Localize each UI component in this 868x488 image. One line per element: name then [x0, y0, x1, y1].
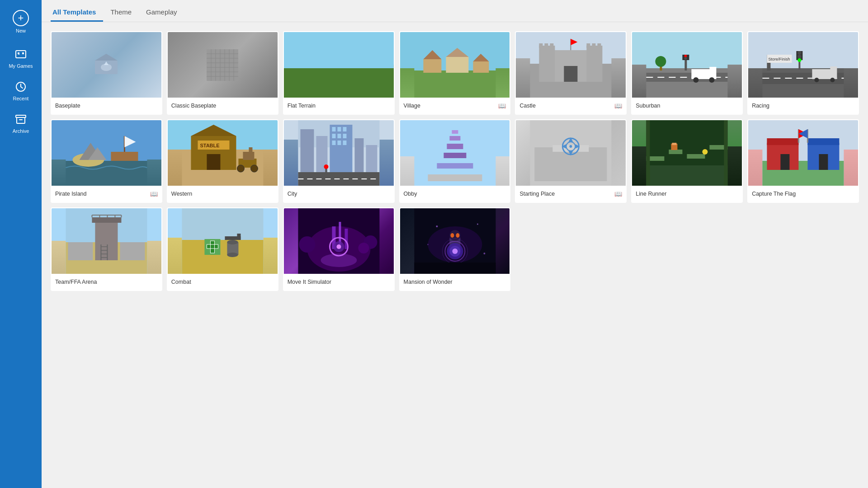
svg-point-213 [476, 224, 478, 225]
svg-rect-181 [207, 244, 218, 249]
svg-rect-119 [437, 163, 473, 169]
svg-point-206 [456, 233, 459, 238]
svg-rect-102 [332, 127, 335, 131]
svg-rect-39 [545, 43, 548, 48]
template-western[interactable]: STABLE Wester [167, 119, 278, 203]
svg-rect-31 [473, 61, 489, 73]
svg-point-116 [324, 164, 328, 169]
svg-rect-108 [332, 141, 335, 145]
sidebar: + New My Games Recent [0, 0, 42, 488]
template-village[interactable]: Village 📖 [399, 31, 511, 115]
sidebar-archive-label: Archive [13, 128, 29, 134]
template-city[interactable]: City [283, 119, 395, 203]
svg-rect-23 [284, 32, 394, 68]
template-city-name: City [288, 191, 297, 197]
template-team-ffa-arena-name: Team/FFA Arena [55, 279, 97, 285]
template-team-ffa-arena[interactable]: Team/FFA Arena [51, 207, 162, 291]
svg-point-205 [450, 233, 454, 238]
template-baseplate-name: Baseplate [55, 103, 80, 109]
svg-point-200 [336, 244, 341, 249]
svg-rect-137 [669, 150, 683, 154]
template-racing[interactable]: Store/Finish [747, 31, 859, 115]
svg-rect-56 [710, 67, 717, 79]
svg-rect-104 [343, 127, 346, 131]
template-starting-place-name: Starting Place [519, 191, 555, 197]
svg-rect-121 [447, 144, 463, 149]
template-racing-name: Racing [752, 103, 769, 109]
tab-theme[interactable]: Theme [108, 4, 139, 22]
svg-rect-148 [767, 138, 799, 145]
svg-rect-188 [237, 234, 241, 240]
template-classic-baseplate[interactable]: Classic Baseplate [167, 31, 278, 115]
sidebar-my-games-label: My Games [9, 63, 33, 69]
svg-rect-29 [446, 57, 468, 73]
template-combat[interactable]: Combat [167, 207, 278, 291]
template-pirate-island[interactable]: Pirate Island 📖 [51, 119, 162, 203]
sidebar-recent-label: Recent [13, 96, 29, 101]
svg-point-54 [684, 57, 687, 60]
svg-rect-91 [207, 154, 220, 170]
template-flat-terrain[interactable]: Flat Terrain [283, 31, 395, 115]
svg-rect-141 [672, 143, 677, 145]
svg-rect-175 [120, 242, 145, 260]
svg-text:Store/Finish: Store/Finish [769, 57, 790, 61]
svg-rect-44 [564, 66, 578, 82]
svg-rect-42 [592, 43, 596, 48]
svg-rect-106 [337, 134, 341, 138]
svg-rect-107 [343, 134, 346, 138]
village-book-icon: 📖 [498, 102, 506, 109]
template-capture-the-flag[interactable]: Capture The Flag [747, 119, 859, 203]
template-suburban-name: Suburban [636, 103, 660, 109]
pirate-island-book-icon: 📖 [150, 190, 158, 197]
template-move-it-simulator[interactable]: Move It Simulator [283, 207, 395, 291]
template-combat-name: Combat [171, 279, 191, 285]
svg-point-57 [693, 77, 699, 83]
svg-rect-143 [646, 120, 650, 186]
svg-rect-174 [68, 242, 93, 260]
svg-rect-0 [16, 51, 26, 58]
template-suburban[interactable]: Suburban [631, 31, 743, 115]
template-line-runner[interactable]: Line Runner [631, 119, 743, 203]
template-move-it-simulator-name: Move It Simulator [288, 279, 331, 285]
svg-rect-109 [337, 141, 341, 145]
tab-gameplay[interactable]: Gameplay [144, 4, 184, 22]
svg-rect-40 [550, 43, 554, 48]
template-western-name: Western [171, 191, 192, 197]
tab-bar: All Templates Theme Gameplay [42, 0, 868, 22]
template-flat-terrain-name: Flat Terrain [288, 103, 316, 109]
svg-rect-38 [539, 43, 543, 48]
template-obby[interactable]: Obby [399, 119, 511, 203]
svg-rect-154 [819, 154, 828, 170]
my-games-icon [14, 47, 28, 61]
svg-rect-24 [284, 68, 394, 98]
svg-point-60 [656, 56, 666, 67]
recent-icon [14, 80, 28, 94]
svg-rect-149 [781, 154, 790, 170]
plus-icon: + [13, 10, 29, 26]
sidebar-item-new[interactable]: + New [0, 5, 42, 39]
svg-rect-95 [243, 152, 254, 160]
sidebar-item-archive[interactable]: Archive [0, 107, 42, 139]
svg-rect-178 [182, 240, 263, 274]
template-starting-place[interactable]: Starting Place 📖 [515, 119, 627, 203]
template-line-runner-name: Line Runner [636, 191, 666, 197]
template-baseplate[interactable]: Baseplate [51, 31, 162, 115]
svg-rect-118 [428, 174, 482, 181]
svg-point-209 [452, 249, 458, 254]
svg-rect-144 [724, 120, 728, 186]
template-mansion-of-wonder[interactable]: Mansion of Wonder [399, 207, 511, 291]
sidebar-item-my-games[interactable]: My Games [0, 42, 42, 74]
tab-all-templates[interactable]: All Templates [51, 4, 103, 22]
svg-point-191 [299, 236, 315, 253]
templates-grid-area: Baseplate [42, 22, 868, 488]
svg-rect-135 [646, 165, 728, 186]
sidebar-item-recent[interactable]: Recent [0, 74, 42, 107]
svg-rect-123 [452, 130, 458, 134]
svg-rect-138 [687, 154, 705, 159]
template-village-name: Village [404, 103, 420, 109]
svg-point-94 [250, 165, 258, 172]
template-capture-flag-name: Capture The Flag [752, 191, 796, 197]
svg-point-72 [798, 58, 802, 62]
svg-rect-37 [587, 46, 603, 82]
template-castle[interactable]: Castle 📖 [515, 31, 627, 115]
